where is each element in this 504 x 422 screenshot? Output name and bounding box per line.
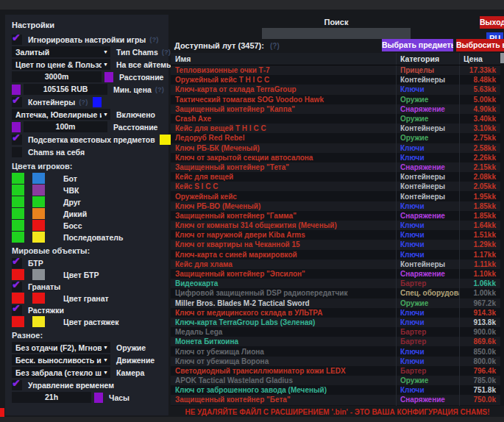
table-row[interactable]: Тактический томагавк SOG Voodoo HawkОруж…	[171, 95, 500, 104]
player-color-swatch-2[interactable]	[32, 196, 45, 207]
table-row[interactable]: ВидеокартаБартер1.06kk	[171, 279, 500, 288]
table-scrollbar[interactable]	[500, 53, 504, 406]
player-color-swatch-1[interactable]	[12, 185, 24, 196]
table-row[interactable]: Ключ от квартиры на Чеканной 15Ключи1.29…	[171, 240, 500, 249]
chams-type-dropdown[interactable]: Залитый ▼	[12, 46, 110, 57]
table-row[interactable]: Медаль LegaБартер900.0k	[171, 327, 500, 337]
item-category: Контейнеры	[396, 191, 459, 201]
camera-dropdown[interactable]: Без забрала (стекло шлема) ▼	[12, 367, 110, 378]
table-row[interactable]: Монета БиткоинаБартер869.6k	[171, 337, 500, 346]
hours-color-swatch[interactable]	[94, 393, 103, 403]
player-color-swatch-1[interactable]	[12, 232, 24, 243]
table-row[interactable]: Оружейный кейс T H I C CКонтейнеры8.48kk	[171, 75, 500, 85]
container-distance-color-swatch[interactable]	[12, 122, 21, 132]
movement-dropdown[interactable]: Беск. выносливость и нет уста ▼	[12, 354, 110, 365]
item-price: 8.48kk	[459, 75, 500, 85]
table-row[interactable]: Кейс для вещейКонтейнеры2.08kk	[171, 172, 500, 182]
help-icon[interactable]: (?)	[162, 48, 171, 56]
player-color-swatch-2[interactable]	[32, 232, 45, 243]
item-price: 1.51kk	[459, 230, 500, 240]
containers-color-swatch[interactable]	[93, 97, 102, 107]
table-row[interactable]: Ключ от заброшенного завода (Меченый)Клю…	[171, 385, 500, 395]
weapon-dropdown[interactable]: Без отдачи (F2), Мгновенное п ▼	[12, 342, 110, 353]
quest-highlight-color-swatch[interactable]	[160, 135, 171, 145]
help-icon[interactable]: (?)	[270, 42, 280, 50]
table-row[interactable]: Crash AxeОружие3.40kk	[171, 114, 500, 124]
help-icon[interactable]: (?)	[155, 85, 164, 93]
table-row[interactable]: Ключ от наружной двери Kiba ArmsКлючи1.5…	[171, 230, 500, 240]
search-input[interactable]	[262, 28, 411, 39]
table-row[interactable]: Ключ от закрытой секции автосалонаКлючи2…	[171, 153, 500, 162]
column-header-name[interactable]: Имя	[171, 53, 396, 65]
help-icon[interactable]: (?)	[149, 35, 158, 43]
player-color-swatch-1[interactable]	[12, 173, 24, 184]
table-row[interactable]: Ключ РБ-БК (Меченый)Ключи2.58kk	[171, 143, 500, 153]
table-row[interactable]: Оружейный кейсКонтейнеры1.95kk	[171, 191, 500, 201]
player-color-swatch-1[interactable]	[12, 220, 24, 231]
table-row[interactable]: Ключ РБ-ВО (Меченый)Ключи1.85kk	[171, 201, 500, 211]
distance-input[interactable]: 3000m	[12, 71, 102, 82]
table-row[interactable]: Защищенный контейнер "Тета"Снаряжение2.1…	[171, 162, 500, 172]
table-row[interactable]: Ледоруб Red RebelОружие2.75kk	[171, 133, 500, 143]
ignore-game-settings-row: Игнорировать настройки игры (?)	[12, 34, 164, 45]
tripwire-color-swatch-2[interactable]	[32, 316, 45, 327]
table-row[interactable]: Ключ-карта с синей маркировкойКлючи1.17k…	[171, 250, 500, 260]
table-row[interactable]: Ключ от медицинского склада в УЛЬТРАКлюч…	[171, 308, 500, 318]
drop-all-button[interactable]: Выбросить все	[456, 39, 504, 51]
player-color-swatch-2[interactable]	[32, 208, 45, 219]
select-kappa-items-button[interactable]: Выбрать предметы каппа	[382, 39, 453, 51]
player-color-swatch-2[interactable]	[32, 173, 45, 184]
player-color-swatch-2[interactable]	[32, 220, 45, 231]
table-row[interactable]: Кейс для вещей T H I C CКонтейнеры3.10kk	[171, 124, 500, 133]
table-row[interactable]: Ключ от комнаты 314 общежития (Меченый)К…	[171, 221, 500, 230]
player-color-swatch-2[interactable]	[32, 185, 45, 196]
grenades-checkbox[interactable]	[12, 282, 22, 292]
table-row[interactable]: Светодиодный трансиллюминатор кожи LEDXБ…	[171, 366, 500, 376]
table-row[interactable]: Кейс для хламаКонтейнеры1.11kk	[171, 260, 500, 269]
help-icon[interactable]: (?)	[79, 98, 88, 106]
table-row[interactable]: APOK Tactical Wasteland GladiusОружие785…	[171, 376, 500, 385]
min-price-color-swatch[interactable]	[12, 85, 21, 95]
chams-self-checkbox[interactable]	[12, 147, 22, 157]
container-filter-dropdown[interactable]: Аптечка, Ювелирные и... ▼	[12, 109, 110, 120]
distance-color-swatch[interactable]	[104, 72, 113, 82]
time-control-row: Управление временем	[12, 379, 164, 390]
containers-checkbox[interactable]	[12, 97, 22, 107]
time-control-checkbox[interactable]	[12, 380, 22, 390]
item-name: Ключ от квартиры на Чеканной 15	[171, 240, 396, 249]
table-row[interactable]: Кейс S I C CКонтейнеры2.05kk	[171, 182, 500, 191]
item-name: Ключ от наружной двери Kiba Arms	[171, 230, 396, 240]
container-distance-input[interactable]: 100m	[24, 121, 107, 132]
btr-color-swatch-2[interactable]	[32, 269, 45, 280]
table-row[interactable]: Тепловизионные очки Т-7Прицелы17.33kk	[171, 65, 500, 75]
table-row[interactable]: Miller Bros. Blades M-2 Tactical SwordОр…	[171, 298, 500, 308]
table-row[interactable]: Защищенный контейнер "Каппа"Снаряжение4.…	[171, 104, 500, 114]
color-mode-dropdown[interactable]: Цвет по цене & Пользователь ▼	[12, 59, 110, 70]
quest-highlight-checkbox[interactable]	[12, 135, 22, 145]
min-price-input[interactable]: 105156 RUB	[24, 84, 107, 95]
item-name: Ключ-карта от склада TerraGroup	[171, 85, 396, 94]
tripwires-checkbox[interactable]	[12, 305, 22, 315]
table-row[interactable]: Ключ от убежища ВоронаКлючи800.0k	[171, 357, 500, 366]
exit-button[interactable]: Выход	[480, 16, 504, 29]
table-row[interactable]: Ключ-картаКлючи750.0k	[171, 405, 500, 406]
table-row[interactable]: Защищенный контейнер "Бета"Снаряжение750…	[171, 395, 500, 404]
ignore-game-settings-checkbox[interactable]	[12, 35, 22, 45]
btr-checkbox[interactable]	[12, 258, 22, 268]
column-header-price[interactable]: Цена	[459, 53, 500, 65]
scrollbar-thumb[interactable]	[500, 53, 504, 63]
tripwire-color-swatch-1[interactable]	[12, 316, 24, 327]
table-row[interactable]: Защищенный контейнер "Гамма"Снаряжение1.…	[171, 211, 500, 221]
table-row[interactable]: Ключ от убежища ЛионаКлючи850.0k	[171, 346, 500, 356]
player-color-swatch-1[interactable]	[12, 208, 24, 219]
camera-value: Без забрала (стекло шлема)	[15, 368, 102, 377]
player-color-swatch-1[interactable]	[12, 196, 24, 207]
table-row[interactable]: Защищенный контейнер "Эпсилон"Снаряжение…	[171, 269, 500, 279]
hours-input[interactable]: 21h	[12, 392, 91, 403]
item-category: Снаряжение	[396, 104, 459, 114]
table-row[interactable]: Ключ-карта от склада TerraGroupКлючи5.63…	[171, 85, 500, 94]
grenade-color-swatch-2[interactable]	[32, 293, 45, 304]
table-row[interactable]: Ключ-карта TerraGroup Labs (Зеленая)Ключ…	[171, 318, 500, 327]
table-row[interactable]: Цифровой защищенный DSP радиопередатчикС…	[171, 288, 500, 298]
column-header-category[interactable]: Категория	[396, 53, 459, 65]
